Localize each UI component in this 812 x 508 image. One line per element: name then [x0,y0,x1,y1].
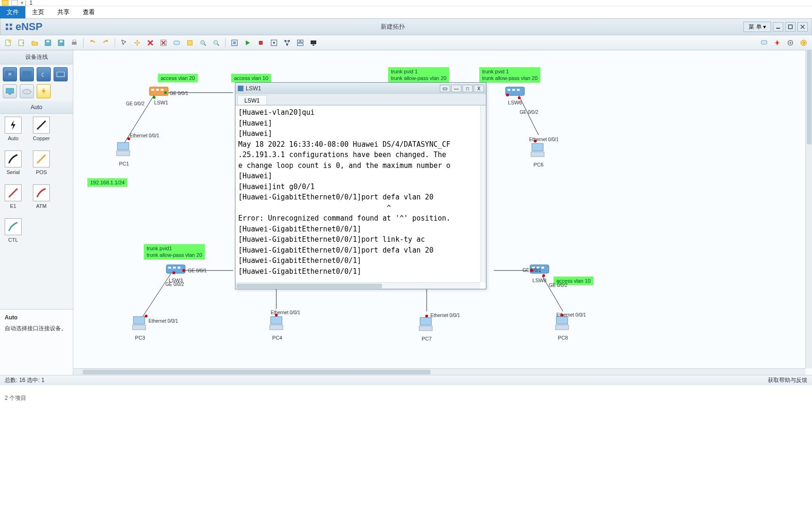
node-label: PC4 [268,335,287,341]
save-icon[interactable] [42,37,54,48]
device-router[interactable]: R [3,67,17,81]
annotation[interactable]: access vlan 20 [158,74,198,82]
node-lsw3[interactable]: LSW3 [165,262,186,283]
svg-rect-77 [133,317,145,324]
tab-home[interactable]: 主页 [25,6,51,18]
svg-point-15 [136,42,138,44]
print-icon[interactable] [69,37,80,48]
new-icon[interactable] [3,37,14,48]
node-label: PC1 [115,161,133,167]
svg-rect-21 [174,41,180,45]
port-label: Ethernet 0/0/1 [148,318,178,324]
fit-icon[interactable] [229,37,240,48]
svg-rect-42 [761,40,767,44]
tab-file[interactable]: 文件 [0,6,25,18]
conn-copper[interactable]: Copper [33,117,50,141]
huawei-icon[interactable] [772,37,783,48]
status-feedback-link[interactable]: 获取帮助与反馈 [768,376,807,384]
device-pc[interactable] [3,84,17,98]
device-wlan[interactable] [37,67,51,81]
conn-e1[interactable]: E1 [5,184,22,209]
zoomout-icon[interactable]: − [211,37,222,48]
device-link[interactable] [37,84,51,98]
layout-icon[interactable] [295,37,306,48]
minimize-button[interactable] [773,22,783,32]
stop-icon[interactable] [255,37,266,48]
node-pc3[interactable]: PC3 [131,314,149,341]
canvas-h-scrollbar[interactable] [73,368,805,375]
conn-pos[interactable]: POS [33,151,50,175]
device-switch[interactable] [20,67,34,81]
terminal-v-scrollbar[interactable] [480,105,486,282]
topo-icon[interactable] [281,37,293,48]
svg-rect-1 [789,25,792,29]
svg-rect-86 [517,89,520,91]
svg-line-27 [217,44,219,46]
capture-icon[interactable] [268,37,280,48]
terminal-window[interactable]: LSW1 — □ X LSW1 [Huawei-vlan20]qui [Huaw… [235,82,486,289]
node-pc7[interactable]: PC7 [417,315,436,341]
folder-icon [2,0,8,6]
port-label: Ethernet 0/0/1 [130,133,159,138]
pan-icon[interactable] [132,37,143,48]
svg-text:*: * [62,42,63,47]
terminal-h-scrollbar[interactable] [235,282,480,289]
path-text: 1 [29,0,32,6]
canvas-v-scrollbar[interactable] [805,50,812,368]
svg-rect-14 [73,40,76,42]
saveas-icon[interactable]: * [55,37,67,48]
close-button[interactable] [797,22,808,32]
port-label: GE 0/0/2 [165,282,184,287]
pointer-icon[interactable] [118,37,130,48]
rect-icon[interactable] [184,37,195,48]
node-pc4[interactable]: PC4 [268,314,287,341]
undo-icon[interactable] [87,37,98,48]
zoomin-icon[interactable]: + [197,37,209,48]
node-lsw1[interactable]: LSW1 [148,84,169,105]
menu-button[interactable]: 菜 单 ▾ [743,22,771,32]
port-label: GE 0/0/2 [520,110,538,115]
node-pc1[interactable]: PC1 [115,140,133,167]
delete-all-icon[interactable] [158,37,169,48]
annotation[interactable]: trunk pvid1 trunk allow-pass vlan 20 [144,244,205,260]
device-cloud[interactable] [20,84,34,98]
help-icon[interactable]: ? [798,37,809,48]
conn-ctl[interactable]: CTL [5,218,22,243]
topology-canvas[interactable]: access vlan 20 access vlan 10 trunk pvid… [73,50,805,368]
open-icon[interactable] [29,37,40,48]
conn-serial[interactable]: Serial [5,151,22,175]
svg-line-56 [37,155,46,163]
annotation[interactable]: 192.168.1.1/24 [87,178,127,187]
tab-view[interactable]: 查看 [76,6,102,18]
gear-icon[interactable] [785,37,796,48]
new-topo-icon[interactable]: + [16,37,27,48]
node-pc8[interactable]: PC8 [554,314,572,341]
delete-icon[interactable] [145,37,156,48]
terminal-maximize-button[interactable]: □ [462,85,473,92]
terminal-close-button[interactable]: X [474,85,484,92]
annotation[interactable]: access vlan 10 [231,74,271,82]
svg-rect-13 [72,42,77,45]
annotation[interactable]: trunk pvid 1 trunk allow-pass vlan 20 [479,67,540,83]
redo-icon[interactable] [100,37,111,48]
svg-rect-30 [233,41,236,44]
terminal-dock-button[interactable] [440,85,450,92]
text-icon[interactable] [171,37,182,48]
node-pc6[interactable]: PC6 [529,141,548,167]
svg-rect-41 [312,45,314,46]
terminal-tab[interactable]: LSW1 [237,95,267,105]
annotation[interactable]: trunk pvid 1 trunk allow-pass vlan 20 [388,67,449,83]
terminal-output[interactable]: [Huawei-vlan20]qui [Huawei] [Huawei] May… [235,105,486,289]
terminal-minimize-button[interactable]: — [451,85,461,92]
conn-auto[interactable]: Auto [5,117,22,141]
screen-icon[interactable] [308,37,319,48]
terminal-titlebar[interactable]: LSW1 — □ X [235,83,486,94]
chat-icon[interactable] [758,37,770,48]
link-dot [153,96,156,99]
device-firewall[interactable] [54,67,68,81]
maximize-button[interactable] [785,22,796,32]
tab-share[interactable]: 共享 [51,6,76,18]
start-icon[interactable] [242,37,253,48]
conn-atm[interactable]: ATM [33,184,50,209]
svg-rect-9 [47,40,49,42]
